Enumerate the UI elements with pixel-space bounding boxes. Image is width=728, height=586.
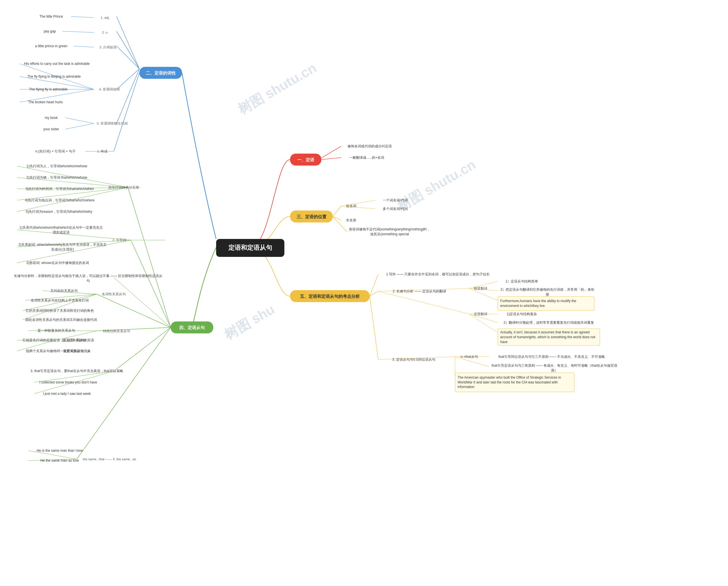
node-n2ex5b: your sister bbox=[37, 125, 66, 133]
node-n4_g2: 2)关系副词: when/where/why在从句中充当状语，不充先主宾成分(主… bbox=[17, 242, 108, 253]
node-n2ex4d: The broken heart hurts bbox=[20, 98, 71, 106]
node-n1b: 一般翻译成......的+名词 bbox=[341, 154, 392, 161]
node-n5_3c: that引导定语从句与三有原则 —— 有成分、有含义、有时可省略（that在从句… bbox=[489, 363, 620, 374]
node-n5_2_label: 2. 长难句分析 —— 定语从句的翻译 bbox=[378, 287, 461, 295]
node-n4_intro: 按先行词种类分五类 bbox=[107, 183, 141, 192]
watermark-1: 树图 shutu.cn bbox=[235, 59, 320, 119]
node-n4_5: 5)先行词为reason，引导词为that/which/why bbox=[17, 208, 101, 215]
svg-line-0 bbox=[321, 146, 341, 158]
svg-line-7 bbox=[116, 17, 139, 69]
node-n5_3b: that引导同位语从句与引三不原则 —— 不当成分、不具含义、不可省略 bbox=[489, 353, 614, 361]
node-central: 定语和定语从句 bbox=[216, 239, 284, 257]
node-n5: 五、定语和定语从句的考点分析 bbox=[290, 290, 370, 302]
node-n2ex3: a little prince in green bbox=[28, 42, 74, 50]
node-n4_nom1: 又叫由自关系从句 bbox=[43, 287, 85, 295]
svg-line-55 bbox=[370, 291, 378, 296]
node-n2_2: 2. n. bbox=[94, 28, 116, 36]
node-n4_that_label: 3. that引导定语从句，要that在从句中充当真语，that可以省略 bbox=[20, 367, 134, 375]
node-n2_1: 1. adj. bbox=[94, 14, 116, 22]
node-n5_2_fwd1: 1）定语从句结构简单 bbox=[498, 277, 546, 285]
node-n3a: 短名词 bbox=[341, 202, 361, 210]
node-n2ex4b: The fly flying to Beijing is admirable bbox=[20, 73, 88, 80]
node-n4_nom: 名词性关系从句 bbox=[97, 290, 131, 298]
node-n4_g3: 3)形容词: whose在从句中修饰接近的名词 bbox=[17, 259, 98, 267]
svg-line-19 bbox=[66, 118, 94, 124]
node-n2ex1: The little Prince bbox=[31, 12, 71, 21]
svg-line-3 bbox=[333, 216, 341, 220]
svg-line-14 bbox=[74, 46, 94, 47]
node-n2ex4a: His efforts to carry out the task is adm… bbox=[20, 60, 94, 68]
svg-line-20 bbox=[66, 124, 94, 129]
node-n4_sp1: 是一种较复杂的关系从句 bbox=[28, 327, 84, 334]
node-n5_2_rev1: 1)定语从句结构复杂 bbox=[498, 310, 546, 318]
node-n2: 二、定语的词性 bbox=[139, 67, 182, 79]
node-n2ex4c: The flying fly is admirable bbox=[20, 85, 77, 93]
node-n1a: 修饰名词或代词的成分叫定语 bbox=[341, 142, 398, 150]
svg-line-12 bbox=[71, 17, 94, 18]
node-n3b: 一个词名词/代词 bbox=[375, 196, 415, 204]
node-n4_g1: 1)关系代词who/whom/that/which在从句中一定要充先主谓宾或定语 bbox=[17, 225, 105, 235]
node-n3: 三、定语的位置 bbox=[290, 210, 333, 223]
node-n2_3: 3. 介词短语 bbox=[94, 43, 122, 51]
node-n5_1: 1.写作 —— 只要在作文中见到名词，都可以加定语成分，把句子拉长 bbox=[378, 270, 498, 278]
node-n5_3d: The American spymaster who built the Off… bbox=[455, 373, 574, 392]
svg-line-1 bbox=[321, 158, 341, 159]
node-n5_3: 3. 定语从句与V.S同位语从句 bbox=[378, 356, 449, 363]
watermark-3: 树图 shu bbox=[221, 300, 278, 344]
node-n3e: 形容词修饰不定代词(something/anything/nothing)时，放… bbox=[347, 226, 432, 237]
node-n4_ex2: I just met a lady I saw last week bbox=[34, 390, 100, 398]
svg-line-2 bbox=[333, 206, 341, 216]
node-n5_2_rev3: Actually, it isn't, because it assumes t… bbox=[498, 329, 600, 346]
node-n5_2_fwd3: Furthermore,humans have the ability to m… bbox=[498, 297, 594, 311]
node-n2_comp: n.(先行词) + 引导词 + 句子 bbox=[26, 147, 85, 155]
node-n4_3: 3)先行词为时间词，引导词为that/which/when bbox=[17, 185, 102, 193]
node-n4_1: 1)先行词为人，引导词who/whom/whose bbox=[17, 162, 97, 170]
mindmap-container: 树图 shutu.cn 树图 shutu.cn 树图 shu bbox=[0, 0, 728, 586]
svg-line-11 bbox=[116, 69, 139, 124]
node-n1: 一、定语 bbox=[290, 154, 321, 165]
node-n4_special: 特殊结构关系从句 bbox=[97, 327, 136, 335]
node-n5_2_fwd: 顺置翻译 bbox=[469, 284, 492, 292]
node-n4_nom3: 它的关系词同时扮演了关系词和充行词的角色 bbox=[23, 307, 97, 315]
node-n3c: 多个词名词/代词 bbox=[375, 205, 415, 213]
node-n2ex5a: my book bbox=[37, 114, 66, 122]
node-n4_nom4: 因此名词性关系从句的关系词又叫融合连接代词 bbox=[23, 316, 100, 324]
node-n4_embed2: 它就是先行词的后置定语，又是另一结构的宾语 bbox=[17, 336, 100, 344]
svg-line-21 bbox=[114, 73, 139, 151]
node-n5_2_rev2: 2）翻译时分预处理，这时常常需要重复先行词或相关词重复 bbox=[498, 319, 600, 327]
svg-line-36 bbox=[114, 277, 171, 327]
node-n5_2_fwd2: 2）把定语从句翻译到它所修饰的先行词前，并常用「的」来衔接 bbox=[498, 287, 597, 298]
svg-line-23 bbox=[128, 187, 171, 327]
svg-line-54 bbox=[370, 274, 378, 296]
svg-line-64 bbox=[370, 296, 378, 360]
svg-line-37 bbox=[97, 294, 171, 327]
node-n2_4: 4. 非谓词动词 bbox=[94, 85, 125, 93]
node-n2_comp_label: 1. 构成 bbox=[91, 147, 114, 155]
node-n5_2_rev: 逆置翻译 bbox=[469, 310, 492, 318]
node-n4_2: 2)先行词为物，引导词 that/which/whose bbox=[17, 174, 97, 181]
node-n4_ex1: I collected some books you don't have bbox=[34, 378, 102, 386]
node-n4_4: 4)先行词为地点词，引导词为that/which/where bbox=[17, 196, 102, 204]
node-n4_ex4: He the same man as love bbox=[28, 457, 91, 464]
node-n4_double2: 指两个关系从句修饰同一先行词的语法现象 bbox=[17, 347, 100, 355]
node-n2ex2: pay gap bbox=[37, 27, 62, 35]
node-n4: 四、定语从句 bbox=[171, 322, 213, 333]
node-n4_guideword: 2. 引导词 bbox=[108, 236, 131, 244]
node-n4_nom2: 名词性关系从句在结构上不含有先行词 bbox=[26, 297, 94, 304]
node-n2_5: 5. 非谓词性物主代词 bbox=[94, 120, 131, 127]
node-n5_3a: n.+that从句 bbox=[455, 353, 484, 361]
node-n4_restrict: 长难句分析时，非限制性定语从句相当于插入语，可以跳过不看 —— 区分限制性和非限… bbox=[11, 273, 165, 284]
node-n3d: 长名形 bbox=[341, 216, 361, 224]
svg-line-13 bbox=[62, 31, 94, 32]
node-n4_ex3: He is the same man that I love bbox=[28, 447, 91, 455]
